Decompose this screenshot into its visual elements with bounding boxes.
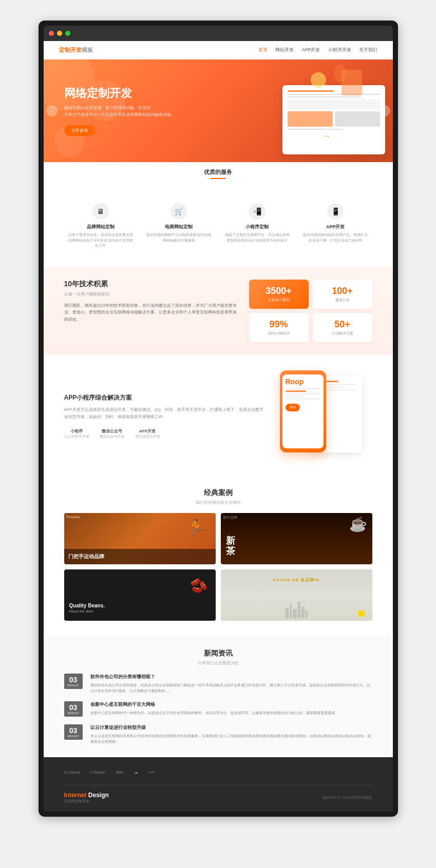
app-option-wechat: 微信公众号 微信公众号开发	[100, 428, 125, 439]
service-item-ecom: 🛒 电商网站定制 提供完善的购物平台功能及最新流行的电商网站解决方案服务	[142, 195, 216, 257]
footer-logo-cloud: ☁	[134, 770, 138, 775]
news-excerpt-2: 为云云促进互联网科技有限公司技术科技移动互联网技术的发展服务，实现推动行业人工智…	[90, 733, 372, 744]
browser-chrome	[44, 26, 393, 41]
nav-link-web[interactable]: 网站开发	[275, 47, 294, 53]
case-item-beans[interactable]: Quality Beans. About the store 🫘	[64, 569, 216, 621]
cases-subtitle: 我们的经典优质企业网站	[64, 500, 372, 505]
case1-label: 门把手运动品牌	[68, 553, 212, 560]
app-option-mini: 小程序 公众号程序开发	[64, 428, 89, 439]
hero-section: ‹ 网络定制开发 拥有完善的运营管理、客户管理等功能，可管控， 为专注于创业中小…	[44, 60, 393, 162]
cases-title: 经典案例	[64, 488, 372, 498]
focus-title: FOCUS ON 自品牌ID	[221, 577, 372, 583]
cases-header: 经典案例 我们的经典优质企业网站	[64, 488, 372, 505]
news-title-2[interactable]: 以云计算促进行业转型升级	[90, 724, 372, 731]
stats-left: 10年技术积累 让每一位用户都能感受到 我们团队，拥有超过10年的技术研发经验，…	[64, 280, 239, 323]
app-description: APP开发可以选择原生或混合开发，可融合微信、QQ、抖音、快手等主流平台，打通线…	[64, 406, 264, 420]
news-date-0: 03 2019-07	[64, 674, 83, 689]
stat-card-satisfaction: 99% 国内口碑好评	[249, 313, 309, 342]
news-date-2: 03 2019-07	[64, 724, 83, 740]
footer-logo-github: G Github	[64, 770, 81, 775]
beans-subtitle: About the store	[69, 609, 105, 613]
news-list: 03 2019-07 软件外包公司的分类有哪些呢？ 都说软件外包公司分类有很多，…	[64, 674, 372, 745]
footer-logo-aml: AML	[116, 770, 124, 775]
hero-illustration: →	[249, 60, 393, 162]
footer: G Github f Starter AML ☁ ∞∞ Internet Des…	[44, 757, 393, 812]
footer-bottom: Internet Design 互联网定制开发 版权所有 © 2024 定制开发…	[64, 785, 372, 804]
service-title-app: APP开发	[301, 224, 370, 230]
app-options: 小程序 公众号程序开发 微信公众号 微信公众号开发 APP开发 原生或混合开发	[64, 428, 264, 439]
footer-copy: 版权所有 © 2024 定制开发模板	[323, 795, 372, 800]
hero-next-button[interactable]: ›	[379, 105, 390, 116]
dot-red	[49, 31, 54, 36]
stat-label-satisfaction: 国内口碑好评	[255, 331, 302, 336]
service-desc-mini: 涵盖了主要的互联网平台，可以满足多种类型的应用在全行业的使用方向的设计	[223, 232, 292, 243]
beans-title: Quality Beans.	[69, 603, 105, 608]
news-header: 新闻资讯 分享我们企业最新消息	[64, 649, 372, 666]
stats-subtitle: 让每一位用户都能感受到	[64, 291, 239, 297]
nav-link-app[interactable]: APP开发	[301, 47, 320, 53]
service-item-app: 📱 APP开发 提供完善的移动端互联网产品，有效扩大企业用户量，打造企业自己的A…	[299, 195, 372, 257]
phone-mockup: Roop 登录	[280, 370, 326, 452]
cases-section: 经典案例 我们的经典优质企业网站 Freeplay 门把手运动品牌 🏃	[44, 478, 393, 636]
case-item-sports[interactable]: Freeplay 门把手运动品牌 🏃	[64, 513, 216, 564]
stat-number-industries: 100+	[319, 286, 366, 297]
service-item-mini: 📲 小程序定制 涵盖了主要的互联网平台，可以满足多种类型的应用在全行业的使用方向…	[221, 195, 294, 257]
service-title-mini: 小程序定制	[223, 224, 292, 230]
stats-section: 10年技术积累 让每一位用户都能感受到 我们团队，拥有超过10年的技术研发经验，…	[44, 267, 393, 355]
service-desc-ecom: 提供完善的购物平台功能及最新流行的电商网站解决方案服务	[145, 232, 213, 243]
monitor-mockup	[282, 85, 385, 154]
news-title-0[interactable]: 软件外包公司的分类有哪些呢？	[90, 674, 372, 680]
footer-logo-starter: f Starter	[91, 770, 105, 775]
news-item-1: 03 2019-07 创新中心是互联网的千百大网络 创新中心是互联网时代一种新兴…	[64, 701, 372, 717]
app-title: APP小程序综合解决方案	[64, 393, 264, 402]
nav-links: 首页 网站开发 APP开发 小程序开发 关于我们	[258, 47, 377, 53]
stat-label-industries: 覆盖行业	[319, 298, 366, 303]
app-logo: Roop	[286, 378, 320, 386]
service-desc-brand: 以客户需求为出发，提供专业高质量大型品牌网站的设计与开发及SEO设计支持优化工作	[67, 232, 135, 249]
hero-cta-button[interactable]: 立即咨询	[64, 125, 95, 136]
stats-description: 我们团队，拥有超过10年的技术研发经验，在行业内建立起了良好信誉，并为广大用户提…	[64, 302, 239, 323]
nav-link-about[interactable]: 关于我们	[359, 47, 377, 53]
case-item-focus[interactable]: FOCUS ON 自品牌ID	[221, 569, 372, 621]
stat-card-customers: 3500+ 众多客户案例	[249, 280, 309, 309]
hero-prev-button[interactable]: ‹	[46, 105, 58, 116]
news-item-2: 03 2019-07 以云计算促进行业转型升级 为云云促进互联网科技有限公司技术…	[64, 724, 372, 744]
service-title-ecom: 电商网站定制	[145, 224, 213, 230]
news-section: 新闻资讯 分享我们企业最新消息 03 2019-07 软件外包公司的分类有哪些呢…	[44, 636, 393, 758]
nav-link-mini[interactable]: 小程序开发	[328, 47, 351, 53]
stat-card-solutions: 50+ 行业解决方案	[313, 313, 372, 342]
stats-grid: 3500+ 众多客户案例 100+ 覆盖行业 99% 国内口碑好评 50+ 行业…	[249, 280, 372, 342]
hero-title: 网络定制开发	[64, 86, 229, 101]
site-nav: 定制开发模板 首页 网站开发 APP开发 小程序开发 关于我们	[44, 41, 393, 60]
stat-number-satisfaction: 99%	[255, 319, 302, 330]
footer-logo-infinity: ∞∞	[148, 770, 154, 775]
nav-link-home[interactable]: 首页	[258, 47, 268, 53]
service-title-brand: 品牌网站定制	[67, 224, 135, 230]
cases-grid: Freeplay 门把手运动品牌 🏃 茶叶品牌 新 茶	[64, 513, 372, 621]
app-section: APP小程序综合解决方案 APP开发可以选择原生或混合开发，可融合微信、QQ、抖…	[44, 355, 393, 478]
stat-number-customers: 3500+	[255, 286, 302, 297]
app-option-app: APP开发 原生或混合开发	[135, 428, 160, 439]
app-left: APP小程序综合解决方案 APP开发可以选择原生或混合开发，可融合微信、QQ、抖…	[64, 393, 264, 439]
browser-content: 定制开发模板 首页 网站开发 APP开发 小程序开发 关于我们 ‹	[44, 41, 393, 812]
news-title: 新闻资讯	[64, 649, 372, 658]
hero-subtitle: 拥有完善的运营管理、客户管理等功能，可管控， 为专注于创业中小一个行业不可多这些…	[64, 105, 229, 119]
case-item-tea[interactable]: 茶叶品牌 新 茶 ☕	[221, 513, 372, 564]
news-excerpt-1: 创新中心是互联网时代一种新兴的，以提供企业不同生命周期各种服务，包括共享办公、创…	[90, 710, 372, 716]
browser-frame: 定制开发模板 首页 网站开发 APP开发 小程序开发 关于我们 ‹	[39, 21, 398, 817]
hero-content: 网络定制开发 拥有完善的运营管理、客户管理等功能，可管控， 为专注于创业中小一个…	[44, 75, 249, 146]
service-desc-app: 提供完善的移动端互联网产品，有效扩大企业用户量，打造企业自己的APP	[301, 232, 370, 243]
footer-logos: G Github f Starter AML ☁ ∞∞	[64, 770, 372, 775]
stat-number-solutions: 50+	[319, 319, 366, 330]
news-excerpt-0: 都说软件外包公司分类有很多，比较多大型企业和政府部门都会把一些不具有战略意义的I…	[90, 682, 372, 694]
tea-case-title: 新 茶	[226, 536, 235, 557]
services-header: 优质的服务	[44, 162, 393, 185]
news-title-1[interactable]: 创新中心是互联网的千百大网络	[90, 701, 372, 708]
dot-yellow	[57, 31, 62, 36]
stats-title: 10年技术积累	[64, 280, 239, 289]
stat-card-industries: 100+ 覆盖行业	[313, 280, 372, 309]
service-item-brand: 🖥 品牌网站定制 以客户需求为出发，提供专业高质量大型品牌网站的设计与开发及SE…	[64, 195, 138, 257]
services-grid: 🖥 品牌网站定制 以客户需求为出发，提供专业高质量大型品牌网站的设计与开发及SE…	[44, 185, 393, 267]
dot-green	[65, 31, 70, 36]
brand-icon: 🖥	[92, 203, 109, 220]
